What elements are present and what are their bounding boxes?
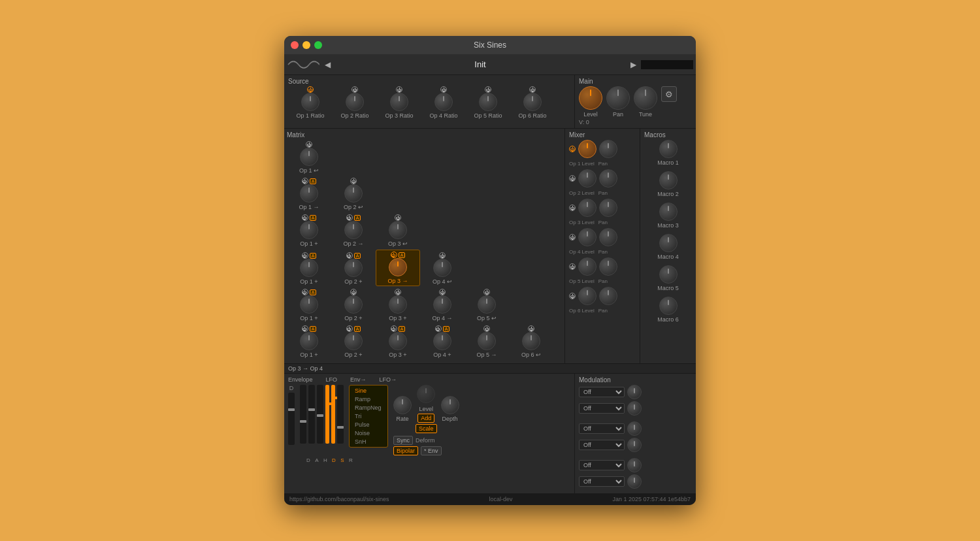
bipolar-button[interactable]: Bipolar xyxy=(393,446,418,455)
matrix-r2c1-knob[interactable] xyxy=(300,184,318,203)
op1-power[interactable]: ⏻ xyxy=(307,86,314,93)
lfo-noise[interactable]: Noise xyxy=(352,429,385,437)
matrix-r3c1-power[interactable]: ⏻ xyxy=(302,214,308,221)
op4-ratio-knob[interactable] xyxy=(434,93,453,111)
matrix-r5c5-power[interactable]: ⏻ xyxy=(483,289,490,295)
mod-source-5[interactable]: Off xyxy=(579,460,625,470)
matrix-r2c1-power[interactable]: ⏻ xyxy=(302,178,308,184)
matrix-r2c2-knob[interactable] xyxy=(344,184,363,203)
envelope-d-fader[interactable] xyxy=(288,393,295,445)
matrix-r5c3-knob[interactable] xyxy=(389,295,407,314)
mod-depth-1[interactable] xyxy=(627,385,642,399)
mixer-op2-level-knob[interactable] xyxy=(578,169,596,188)
main-tune-knob[interactable] xyxy=(634,86,657,110)
scale-button[interactable]: Scale xyxy=(416,424,437,433)
matrix-r5c5-knob[interactable] xyxy=(478,295,496,314)
matrix-op1-power[interactable]: ⏻ xyxy=(306,141,312,148)
matrix-r4c4-power[interactable]: ⏻ xyxy=(439,252,446,259)
mod-source-1[interactable]: Off xyxy=(579,387,625,397)
op2-power[interactable]: ⏻ xyxy=(351,86,358,93)
mod-depth-6[interactable] xyxy=(627,474,642,489)
mixer-op6-power[interactable]: ⏻ xyxy=(569,293,576,299)
mixer-op2-power[interactable]: ⏻ xyxy=(569,175,576,182)
macro2-knob[interactable] xyxy=(659,171,678,189)
matrix-r3c2-knob[interactable] xyxy=(344,221,363,239)
mixer-op1-power[interactable]: ⏻ xyxy=(569,146,576,152)
matrix-r4c2-knob[interactable] xyxy=(344,259,363,277)
env-fader-4[interactable] xyxy=(325,385,329,444)
matrix-r5c1-power[interactable]: ⏻ xyxy=(302,289,308,295)
lfo-pulse[interactable]: Pulse xyxy=(352,421,385,429)
mixer-op3-level-knob[interactable] xyxy=(578,199,596,217)
matrix-r6c3-knob[interactable] xyxy=(389,332,407,350)
next-preset-button[interactable]: ▶ xyxy=(628,59,638,70)
matrix-r5c2-knob[interactable] xyxy=(344,295,363,314)
main-level-knob[interactable] xyxy=(579,86,602,110)
main-pan-knob[interactable] xyxy=(606,86,630,110)
op6-ratio-knob[interactable] xyxy=(523,93,542,111)
mod-depth-3[interactable] xyxy=(627,421,642,436)
op5-ratio-knob[interactable] xyxy=(479,93,497,111)
maximize-button[interactable] xyxy=(314,41,322,49)
matrix-r6c2-knob[interactable] xyxy=(344,332,363,350)
matrix-r4c1-knob[interactable] xyxy=(300,259,318,277)
op4-power[interactable]: ⏻ xyxy=(440,86,447,93)
matrix-r3c1-knob[interactable] xyxy=(300,221,318,239)
lfo-sine[interactable]: Sine xyxy=(352,387,385,395)
matrix-r5c1-knob[interactable] xyxy=(300,295,318,314)
close-button[interactable] xyxy=(291,41,299,49)
mixer-op1-pan-knob[interactable] xyxy=(599,140,617,158)
lfo-rate-knob[interactable] xyxy=(393,396,412,414)
mixer-op6-level-knob[interactable] xyxy=(578,287,596,305)
macro6-knob[interactable] xyxy=(659,297,678,315)
matrix-op1-self-knob[interactable] xyxy=(300,148,318,166)
mixer-op4-pan-knob[interactable] xyxy=(599,228,617,246)
matrix-r5c4-knob[interactable] xyxy=(433,295,451,314)
lfo-ramp[interactable]: Ramp xyxy=(352,395,385,403)
settings-button[interactable]: ⚙ xyxy=(661,86,677,102)
mod-depth-5[interactable] xyxy=(627,458,642,472)
matrix-r6c5-knob[interactable] xyxy=(478,332,496,350)
mixer-op4-level-knob[interactable] xyxy=(578,228,596,246)
mixer-op2-pan-knob[interactable] xyxy=(599,169,617,188)
env-fader-5[interactable] xyxy=(331,385,335,444)
lfo-rampneg[interactable]: RampNeg xyxy=(352,404,385,412)
matrix-r6c1-power[interactable]: ⏻ xyxy=(302,325,308,332)
add-button[interactable]: Add xyxy=(417,414,434,423)
matrix-r4c3-power[interactable]: ⏻ xyxy=(391,252,397,258)
lfo-tri[interactable]: Tri xyxy=(352,412,385,420)
matrix-r4c1-power[interactable]: ⏻ xyxy=(302,252,308,259)
op2-ratio-knob[interactable] xyxy=(346,93,364,111)
mod-depth-2[interactable] xyxy=(627,401,642,416)
matrix-r2c2-power[interactable]: ⏻ xyxy=(350,178,357,184)
mod-source-2[interactable]: Off xyxy=(579,403,625,414)
matrix-r5c3-power[interactable]: ⏻ xyxy=(395,289,401,295)
env-fader-2[interactable] xyxy=(308,385,315,444)
op5-power[interactable]: ⏻ xyxy=(485,86,491,93)
env-button[interactable]: * Env xyxy=(421,446,442,455)
macro1-knob[interactable] xyxy=(659,140,678,158)
env-fader-6[interactable] xyxy=(337,385,344,444)
op3-ratio-knob[interactable] xyxy=(390,93,408,111)
minimize-button[interactable] xyxy=(302,41,310,49)
matrix-r4c3-knob[interactable] xyxy=(389,258,407,276)
matrix-r6c6-knob[interactable] xyxy=(522,332,540,350)
mod-source-6[interactable]: Off xyxy=(579,476,625,487)
matrix-r6c3-power[interactable]: ⏻ xyxy=(391,325,397,332)
matrix-r4c4-knob[interactable] xyxy=(433,259,451,277)
op6-power[interactable]: ⏻ xyxy=(529,86,536,93)
mixer-op5-pan-knob[interactable] xyxy=(599,257,617,276)
matrix-r5c2-power[interactable]: ⏻ xyxy=(350,289,357,295)
env-fader-1[interactable] xyxy=(300,385,306,444)
matrix-r6c4-knob[interactable] xyxy=(433,332,451,350)
env-fader-3[interactable] xyxy=(317,385,323,444)
lfo-level-knob[interactable] xyxy=(417,385,435,403)
macro3-knob[interactable] xyxy=(659,203,678,221)
lfo-snh[interactable]: SnH xyxy=(352,438,385,446)
matrix-r3c2-power[interactable]: ⏻ xyxy=(346,214,353,221)
mixer-op5-power[interactable]: ⏻ xyxy=(569,263,576,270)
lfo-depth-knob[interactable] xyxy=(441,396,459,414)
sync-button[interactable]: Sync xyxy=(393,436,413,445)
mixer-op3-power[interactable]: ⏻ xyxy=(569,205,576,211)
macro4-knob[interactable] xyxy=(659,234,678,252)
